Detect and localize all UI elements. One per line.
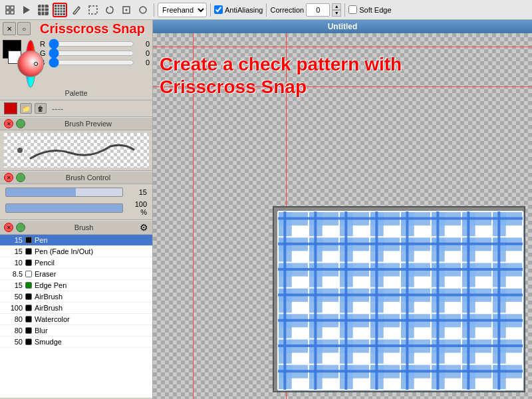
brush-control-title: Brush Control [28,174,148,182]
svg-rect-0 [6,6,9,9]
toolbar-icon-1[interactable] [3,3,17,17]
guide-h1 [153,47,532,47]
correction-label: Correction [270,6,304,14]
opacity-slider-track [5,203,123,213]
brush-list: 15Pen15Pen (Fade In/Out)10Pencil8.5Erase… [0,235,152,398]
toolbar-icon-crisscross[interactable] [53,3,67,17]
toolbar-icon-play[interactable] [19,3,34,17]
toolbar-icon-move[interactable] [119,3,134,17]
g-value: 0 [136,49,150,57]
brush-item-color [25,248,32,255]
size-slider-track [5,188,123,197]
brush-item-name: Pen (Fade In/Out) [35,247,93,255]
brush-item-size: 50 [4,293,23,301]
brush-preview-close[interactable]: ✕ [4,119,13,128]
brush-preview-canvas [4,133,149,168]
close-panel-btn[interactable]: ✕ [3,22,16,35]
brush-list-expand[interactable] [16,223,25,232]
active-swatch[interactable] [4,102,17,114]
brush-item[interactable]: 50Smudge [0,336,152,348]
brush-item[interactable]: 100AirBrush [0,303,152,314]
swatch-trash-icon[interactable]: 🗑 [35,103,47,114]
color-row: R 0 G 0 B 0 [3,40,150,88]
g-slider[interactable] [49,49,134,57]
brush-list-title: Brush [28,223,140,231]
toolbar-icon-circle[interactable] [136,3,150,17]
expand-panel-btn[interactable]: ○ [17,22,31,35]
antialiasing-text: AntiAliasing [225,6,263,14]
brush-item-size: 80 [4,327,23,334]
toolbar-sep2 [210,3,211,17]
brush-item[interactable]: 8.5Eraser [0,269,152,280]
svg-rect-18 [89,6,97,14]
brush-item-color [25,271,32,277]
svg-line-17 [78,7,80,8]
svg-point-21 [140,7,146,13]
brush-preview-expand[interactable] [16,119,25,128]
brush-item-name: Blur [35,327,48,334]
size-slider-row: 15 [5,188,147,197]
opacity-slider-row: 100 % [5,200,147,216]
brush-item-size: 8.5 [4,270,23,278]
swatch-area: 📁 🗑 ---- [0,100,152,117]
brush-item-name: Eraser [35,270,56,278]
freehand-select[interactable]: Freehand [158,3,207,17]
check-pattern-area [273,206,525,392]
brush-item-name: Watercolor [35,315,70,323]
brush-item[interactable]: 15Pen (Fade In/Out) [0,246,152,257]
brush-control-close[interactable]: ✕ [4,173,13,182]
color-wheel[interactable] [25,40,36,88]
swatch-folder-icon[interactable]: 📁 [20,103,32,114]
size-value: 15 [127,188,147,196]
correction-down[interactable]: ▼ [332,10,341,17]
correction-up[interactable]: ▲ [332,3,341,10]
brush-list-settings-icon[interactable]: ⚙ [140,222,148,233]
brush-item[interactable]: 80Blur [0,325,152,336]
brush-list-close[interactable]: ✕ [4,223,13,232]
soft-edge-text: Soft Edge [359,6,391,14]
soft-edge-checkbox[interactable] [348,5,357,14]
correction-spin[interactable]: ▲ ▼ [332,3,341,17]
brush-item-size: 10 [4,259,23,267]
brush-item[interactable]: 15Pen [0,235,152,246]
color-wheel-dot [34,62,38,66]
check-pattern-canvas [274,207,525,392]
canvas-content[interactable]: Create a check pattern with Crisscross S… [153,33,532,399]
brush-item-size: 15 [4,281,23,289]
main-area: ✕ ○ R [0,20,532,399]
color-section: R 0 G 0 B 0 Palette [0,37,152,100]
toolbar-icon-pen[interactable] [69,3,84,17]
brush-item-color [25,305,32,311]
brush-item-color [25,259,32,266]
svg-rect-3 [11,11,14,14]
antialiasing-label: AntiAliasing [214,5,263,14]
toolbar-icon-lasso[interactable] [102,3,117,17]
brush-item-color [25,327,32,334]
palette-label: Palette [3,89,150,97]
brush-item-size: 100 [4,304,23,312]
toolbar-sep4 [344,3,345,17]
brush-item-size: 80 [4,315,23,323]
tools-row: ✕ ○ [0,20,152,37]
brush-item-color [25,293,32,300]
antialiasing-checkbox[interactable] [214,5,223,14]
brush-item[interactable]: 15Edge Pen [0,280,152,291]
swatch-icons: 📁 🗑 [20,103,47,114]
brush-item[interactable]: 50AirBrush [0,291,152,303]
toolbar-icon-grid[interactable] [36,3,51,17]
r-row: R 0 [40,40,150,48]
r-slider[interactable] [49,40,134,48]
b-slider[interactable] [49,59,134,66]
brush-control-expand[interactable] [16,173,25,182]
svg-rect-1 [11,6,14,9]
guide-v1 [193,33,194,399]
toolbar-icon-select[interactable] [86,3,100,17]
brush-item-name: AirBrush [35,304,63,312]
brush-item[interactable]: 80Watercolor [0,314,152,325]
canvas-title: Untitled [328,22,358,31]
brush-item-size: 50 [4,338,23,346]
soft-edge-label: Soft Edge [348,5,391,14]
brush-item[interactable]: 10Pencil [0,257,152,269]
correction-input[interactable] [306,3,330,17]
left-panel: ✕ ○ R [0,20,153,399]
